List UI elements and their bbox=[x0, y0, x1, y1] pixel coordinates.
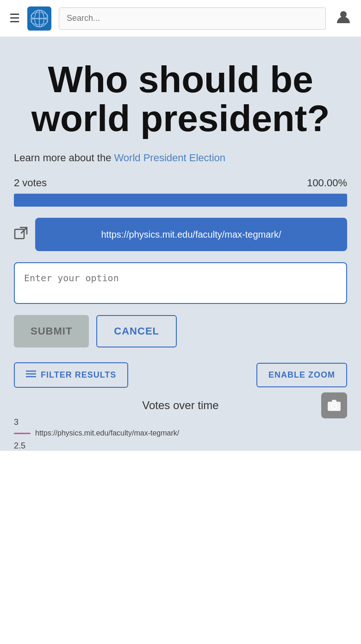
votes-count: 2 votes bbox=[14, 177, 47, 189]
svg-rect-8 bbox=[15, 229, 24, 239]
chart-title: Votes over time bbox=[142, 399, 218, 412]
enable-zoom-button[interactable]: ENABLE ZOOM bbox=[256, 363, 347, 387]
learn-more-text: Learn more about the World President Ele… bbox=[14, 152, 347, 164]
progress-bar bbox=[14, 194, 347, 207]
filter-icon bbox=[26, 370, 36, 380]
camera-button[interactable] bbox=[321, 392, 347, 418]
writein-input[interactable] bbox=[14, 262, 347, 304]
search-input[interactable] bbox=[59, 7, 326, 30]
header: ☰ bbox=[0, 0, 361, 37]
filter-results-button[interactable]: FILTER RESULTS bbox=[14, 362, 128, 388]
poll-title: Who should be world president? bbox=[14, 51, 347, 152]
cancel-button[interactable]: CANCEL bbox=[96, 315, 177, 347]
action-buttons: SUBMIT CANCEL bbox=[14, 315, 347, 347]
external-link-icon[interactable] bbox=[14, 226, 29, 244]
menu-icon[interactable]: ☰ bbox=[9, 11, 20, 25]
user-icon[interactable] bbox=[335, 8, 352, 29]
chart-section: Votes over time 3 https://physics.mit.ed… bbox=[14, 399, 347, 451]
chart-header: Votes over time bbox=[14, 399, 347, 412]
svg-rect-15 bbox=[332, 400, 336, 402]
option-button[interactable]: https://physics.mit.edu/faculty/max-tegm… bbox=[35, 218, 347, 251]
main-content: Who should be world president? Learn mor… bbox=[0, 37, 361, 451]
site-logo[interactable] bbox=[27, 6, 51, 31]
chart-legend: https://physics.mit.edu/faculty/max-tegm… bbox=[14, 429, 347, 437]
filter-row: FILTER RESULTS ENABLE ZOOM bbox=[14, 362, 347, 388]
votes-row: 2 votes 100.00% bbox=[14, 177, 347, 189]
svg-point-7 bbox=[340, 11, 347, 18]
chart-y-value: 3 bbox=[14, 417, 347, 427]
legend-line bbox=[14, 433, 31, 434]
option-row: https://physics.mit.edu/faculty/max-tegm… bbox=[14, 218, 347, 251]
filter-results-label: FILTER RESULTS bbox=[41, 370, 116, 380]
votes-pct: 100.00% bbox=[307, 177, 347, 189]
chart-y-value-2: 2.5 bbox=[14, 441, 347, 451]
learn-more-link[interactable]: World President Election bbox=[114, 152, 226, 164]
legend-label: https://physics.mit.edu/faculty/max-tegm… bbox=[35, 429, 179, 437]
submit-button[interactable]: SUBMIT bbox=[14, 315, 89, 347]
progress-bar-fill bbox=[14, 194, 347, 207]
